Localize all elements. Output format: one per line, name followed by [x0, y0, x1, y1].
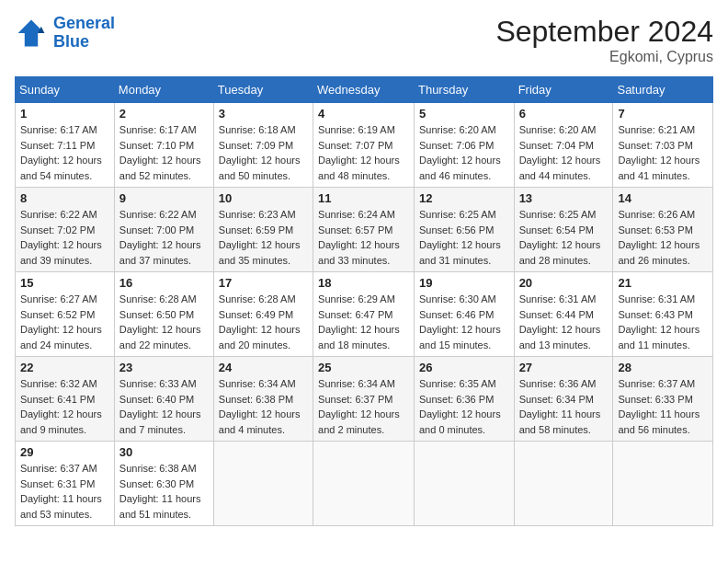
day-info: Sunrise: 6:25 AMSunset: 6:54 PMDaylight:…: [519, 209, 601, 266]
day-number: 18: [318, 276, 409, 290]
day-info: Sunrise: 6:26 AMSunset: 6:53 PMDaylight:…: [618, 209, 700, 266]
weekday-header-row: SundayMondayTuesdayWednesdayThursdayFrid…: [16, 77, 713, 103]
day-number: 6: [519, 107, 609, 121]
logo: General Blue: [15, 15, 115, 52]
day-number: 12: [419, 191, 509, 205]
calendar-day-cell: [213, 442, 313, 526]
location: Egkomi, Cyprus: [495, 49, 713, 65]
calendar-day-cell: 3 Sunrise: 6:18 AMSunset: 7:09 PMDayligh…: [213, 103, 313, 188]
logo-general: General: [53, 14, 115, 32]
logo-text: General Blue: [53, 15, 115, 52]
day-number: 16: [119, 276, 209, 290]
calendar-day-cell: 30 Sunrise: 6:38 AMSunset: 6:30 PMDaylig…: [114, 442, 213, 526]
day-number: 4: [318, 107, 409, 121]
day-number: 13: [519, 191, 609, 205]
calendar-day-cell: 16 Sunrise: 6:28 AMSunset: 6:50 PMDaylig…: [114, 272, 213, 357]
weekday-header: Tuesday: [213, 77, 313, 103]
day-info: Sunrise: 6:36 AMSunset: 6:34 PMDaylight:…: [519, 378, 601, 435]
day-info: Sunrise: 6:32 AMSunset: 6:41 PMDaylight:…: [20, 378, 102, 435]
calendar-day-cell: 15 Sunrise: 6:27 AMSunset: 6:52 PMDaylig…: [16, 272, 115, 357]
calendar-day-cell: 6 Sunrise: 6:20 AMSunset: 7:04 PMDayligh…: [514, 103, 613, 188]
day-number: 9: [119, 191, 209, 205]
calendar-day-cell: 1 Sunrise: 6:17 AMSunset: 7:11 PMDayligh…: [16, 103, 115, 188]
day-number: 8: [20, 191, 109, 205]
day-number: 27: [519, 361, 609, 374]
day-info: Sunrise: 6:24 AMSunset: 6:57 PMDaylight:…: [318, 209, 400, 266]
day-info: Sunrise: 6:35 AMSunset: 6:36 PMDaylight:…: [419, 378, 501, 435]
title-block: September 2024 Egkomi, Cyprus: [495, 15, 713, 65]
calendar-week-row: 22 Sunrise: 6:32 AMSunset: 6:41 PMDaylig…: [16, 357, 713, 442]
calendar-day-cell: 24 Sunrise: 6:34 AMSunset: 6:38 PMDaylig…: [213, 357, 313, 442]
calendar-table: SundayMondayTuesdayWednesdayThursdayFrid…: [15, 76, 713, 526]
weekday-header: Wednesday: [313, 77, 415, 103]
day-info: Sunrise: 6:20 AMSunset: 7:06 PMDaylight:…: [419, 124, 501, 181]
calendar-day-cell: 14 Sunrise: 6:26 AMSunset: 6:53 PMDaylig…: [613, 188, 713, 272]
calendar-day-cell: 11 Sunrise: 6:24 AMSunset: 6:57 PMDaylig…: [313, 188, 415, 272]
day-number: 28: [618, 361, 708, 374]
day-number: 7: [618, 107, 708, 121]
day-number: 21: [618, 276, 708, 290]
weekday-header: Saturday: [613, 77, 713, 103]
day-number: 20: [519, 276, 609, 290]
day-info: Sunrise: 6:34 AMSunset: 6:38 PMDaylight:…: [219, 378, 301, 435]
day-info: Sunrise: 6:31 AMSunset: 6:44 PMDaylight:…: [519, 293, 601, 350]
day-info: Sunrise: 6:22 AMSunset: 7:00 PMDaylight:…: [119, 209, 201, 266]
day-number: 30: [119, 445, 209, 459]
day-info: Sunrise: 6:31 AMSunset: 6:43 PMDaylight:…: [618, 293, 700, 350]
day-info: Sunrise: 6:37 AMSunset: 6:33 PMDaylight:…: [618, 378, 700, 435]
day-number: 26: [419, 361, 509, 374]
day-info: Sunrise: 6:22 AMSunset: 7:02 PMDaylight:…: [20, 209, 102, 266]
day-info: Sunrise: 6:33 AMSunset: 6:40 PMDaylight:…: [119, 378, 201, 435]
calendar-day-cell: 22 Sunrise: 6:32 AMSunset: 6:41 PMDaylig…: [16, 357, 115, 442]
calendar-day-cell: 5 Sunrise: 6:20 AMSunset: 7:06 PMDayligh…: [414, 103, 514, 188]
day-info: Sunrise: 6:29 AMSunset: 6:47 PMDaylight:…: [318, 293, 400, 350]
day-number: 25: [318, 361, 409, 374]
day-number: 29: [20, 445, 109, 459]
day-info: Sunrise: 6:27 AMSunset: 6:52 PMDaylight:…: [20, 293, 102, 350]
weekday-header: Sunday: [16, 77, 115, 103]
calendar-day-cell: 12 Sunrise: 6:25 AMSunset: 6:56 PMDaylig…: [414, 188, 514, 272]
weekday-header: Thursday: [414, 77, 514, 103]
day-info: Sunrise: 6:28 AMSunset: 6:49 PMDaylight:…: [219, 293, 301, 350]
calendar-week-row: 1 Sunrise: 6:17 AMSunset: 7:11 PMDayligh…: [16, 103, 713, 188]
calendar-day-cell: 23 Sunrise: 6:33 AMSunset: 6:40 PMDaylig…: [114, 357, 213, 442]
day-number: 15: [20, 276, 109, 290]
calendar-day-cell: 29 Sunrise: 6:37 AMSunset: 6:31 PMDaylig…: [16, 442, 115, 526]
calendar-day-cell: 21 Sunrise: 6:31 AMSunset: 6:43 PMDaylig…: [613, 272, 713, 357]
calendar-day-cell: 13 Sunrise: 6:25 AMSunset: 6:54 PMDaylig…: [514, 188, 613, 272]
day-number: 17: [219, 276, 308, 290]
day-info: Sunrise: 6:19 AMSunset: 7:07 PMDaylight:…: [318, 124, 400, 181]
day-info: Sunrise: 6:21 AMSunset: 7:03 PMDaylight:…: [618, 124, 700, 181]
day-info: Sunrise: 6:20 AMSunset: 7:04 PMDaylight:…: [519, 124, 601, 181]
day-number: 11: [318, 191, 409, 205]
day-info: Sunrise: 6:38 AMSunset: 6:30 PMDaylight:…: [119, 463, 201, 520]
calendar-day-cell: [613, 442, 713, 526]
weekday-header: Monday: [114, 77, 213, 103]
day-number: 24: [219, 361, 308, 374]
day-number: 2: [119, 107, 209, 121]
calendar-day-cell: 4 Sunrise: 6:19 AMSunset: 7:07 PMDayligh…: [313, 103, 415, 188]
day-number: 19: [419, 276, 509, 290]
day-number: 3: [219, 107, 308, 121]
day-info: Sunrise: 6:17 AMSunset: 7:10 PMDaylight:…: [119, 124, 201, 181]
logo-blue: Blue: [53, 32, 89, 51]
calendar-day-cell: 17 Sunrise: 6:28 AMSunset: 6:49 PMDaylig…: [213, 272, 313, 357]
weekday-header: Friday: [514, 77, 613, 103]
day-info: Sunrise: 6:18 AMSunset: 7:09 PMDaylight:…: [219, 124, 301, 181]
calendar-day-cell: 25 Sunrise: 6:34 AMSunset: 6:37 PMDaylig…: [313, 357, 415, 442]
calendar-week-row: 15 Sunrise: 6:27 AMSunset: 6:52 PMDaylig…: [16, 272, 713, 357]
calendar-day-cell: [313, 442, 415, 526]
calendar-day-cell: 28 Sunrise: 6:37 AMSunset: 6:33 PMDaylig…: [613, 357, 713, 442]
calendar-week-row: 8 Sunrise: 6:22 AMSunset: 7:02 PMDayligh…: [16, 188, 713, 272]
page-header: General Blue September 2024 Egkomi, Cypr…: [15, 15, 713, 65]
calendar-day-cell: 10 Sunrise: 6:23 AMSunset: 6:59 PMDaylig…: [213, 188, 313, 272]
day-info: Sunrise: 6:34 AMSunset: 6:37 PMDaylight:…: [318, 378, 400, 435]
calendar-day-cell: 18 Sunrise: 6:29 AMSunset: 6:47 PMDaylig…: [313, 272, 415, 357]
day-info: Sunrise: 6:25 AMSunset: 6:56 PMDaylight:…: [419, 209, 501, 266]
day-info: Sunrise: 6:17 AMSunset: 7:11 PMDaylight:…: [20, 124, 102, 181]
calendar-day-cell: 7 Sunrise: 6:21 AMSunset: 7:03 PMDayligh…: [613, 103, 713, 188]
calendar-day-cell: 9 Sunrise: 6:22 AMSunset: 7:00 PMDayligh…: [114, 188, 213, 272]
calendar-week-row: 29 Sunrise: 6:37 AMSunset: 6:31 PMDaylig…: [16, 442, 713, 526]
day-info: Sunrise: 6:37 AMSunset: 6:31 PMDaylight:…: [20, 463, 102, 520]
calendar-day-cell: 27 Sunrise: 6:36 AMSunset: 6:34 PMDaylig…: [514, 357, 613, 442]
